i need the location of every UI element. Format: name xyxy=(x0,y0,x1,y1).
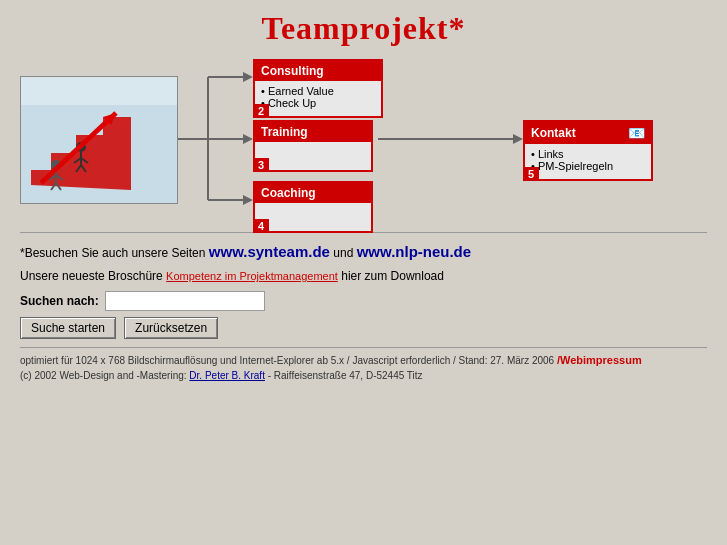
site2-link[interactable]: www.nlp-neu.de xyxy=(357,243,471,260)
hero-image xyxy=(20,76,178,204)
coaching-box: Coaching 4 xyxy=(253,181,373,233)
footer-meta: optimiert für 1024 x 768 Bildschirmauflö… xyxy=(20,347,707,384)
consulting-list: Earned Value Check Up xyxy=(261,85,375,109)
kontakt-list: Links PM-Spielregeln xyxy=(531,148,645,172)
visit-text: *Besuchen Sie auch unsere Seiten xyxy=(20,246,205,260)
consulting-number: 2 xyxy=(253,104,269,118)
page-title: Teamprojekt* xyxy=(20,10,707,47)
coaching-number: 4 xyxy=(253,219,269,233)
footer-section: *Besuchen Sie auch unsere Seiten www.syn… xyxy=(20,232,707,383)
meta-text1: optimiert für 1024 x 768 Bildschirmauflö… xyxy=(20,355,554,366)
meta-line1: optimiert für 1024 x 768 Bildschirmauflö… xyxy=(20,352,707,369)
svg-marker-22 xyxy=(243,134,253,144)
visit-line: *Besuchen Sie auch unsere Seiten www.syn… xyxy=(20,241,707,262)
brochure-link[interactable]: Kompetenz im Projektmanagement xyxy=(166,270,338,282)
site1-link[interactable]: www.synteam.de xyxy=(209,243,330,260)
meta-text2: (c) 2002 Web-Design and -Mastering: xyxy=(20,370,187,381)
coaching-body xyxy=(255,203,371,231)
consulting-item-2: Check Up xyxy=(261,97,375,109)
search-row: Suchen nach: xyxy=(20,291,707,311)
and-text: und xyxy=(333,246,353,260)
meta-line2: (c) 2002 Web-Design and -Mastering: Dr. … xyxy=(20,368,707,383)
brochure-text: Unsere neueste Broschüre xyxy=(20,269,163,283)
kontakt-box: Kontakt 📧 Links PM-Spielregeln 5 xyxy=(523,120,653,181)
search-button[interactable]: Suche starten xyxy=(20,317,116,339)
consulting-body: Earned Value Check Up xyxy=(255,81,381,116)
coaching-header: Coaching xyxy=(255,183,371,203)
kontakt-body: Links PM-Spielregeln xyxy=(525,144,651,179)
training-header: Training xyxy=(255,122,371,142)
training-box: Training 3 xyxy=(253,120,373,172)
reset-button[interactable]: Zurücksetzen xyxy=(124,317,218,339)
kontakt-icon: 📧 xyxy=(628,125,645,141)
webimpressum-link[interactable]: /Webimpressum xyxy=(557,354,642,366)
consulting-header: Consulting xyxy=(255,61,381,81)
kontakt-number: 5 xyxy=(523,167,539,181)
btn-row: Suche starten Zurücksetzen xyxy=(20,317,707,339)
flow-container: Consulting Earned Value Check Up 2 Train… xyxy=(178,57,678,222)
svg-marker-20 xyxy=(243,72,253,82)
search-label: Suchen nach: xyxy=(20,294,99,308)
training-number: 3 xyxy=(253,158,269,172)
search-input[interactable] xyxy=(105,291,265,311)
svg-rect-16 xyxy=(21,76,178,105)
meta-rest: - Raiffeisenstraße 47, D-52445 Titz xyxy=(268,370,423,381)
diagram-area: Consulting Earned Value Check Up 2 Train… xyxy=(20,57,707,222)
brochure-download-text: hier zum Download xyxy=(341,269,444,283)
brochure-line: Unsere neueste Broschüre Kompetenz im Pr… xyxy=(20,268,707,285)
kontakt-header: Kontakt 📧 xyxy=(525,122,651,144)
consulting-item-1: Earned Value xyxy=(261,85,375,97)
page-wrapper: Teamprojekt* xyxy=(0,0,727,393)
kraft-link[interactable]: Dr. Peter B. Kraft xyxy=(189,370,265,381)
training-body xyxy=(255,142,371,170)
kontakt-item-1: Links xyxy=(531,148,645,160)
svg-marker-26 xyxy=(513,134,523,144)
consulting-box: Consulting Earned Value Check Up 2 xyxy=(253,59,383,118)
svg-marker-24 xyxy=(243,195,253,205)
kontakt-label: Kontakt xyxy=(531,126,576,140)
kontakt-item-2: PM-Spielregeln xyxy=(531,160,645,172)
